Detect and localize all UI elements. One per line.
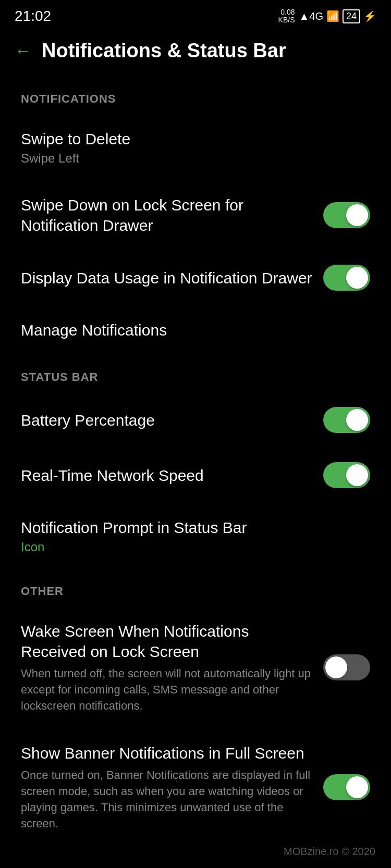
toggle-knob-show-banner	[346, 776, 368, 798]
item-title-swipe-to-delete: Swipe to Delete	[21, 129, 360, 149]
status-time: 21:02	[15, 8, 51, 24]
toggle-display-data-usage[interactable]	[323, 265, 370, 291]
section-label-status-bar: STATUS BAR	[0, 370, 391, 392]
page-title: Notifications & Status Bar	[42, 40, 286, 62]
settings-item-swipe-to-delete[interactable]: Swipe to DeleteSwipe Left	[0, 114, 391, 180]
status-icons: 0.08KB/S ▲4G 📶 24 ⚡	[278, 8, 376, 24]
section-label-notifications: NOTIFICATIONS	[0, 92, 391, 114]
item-desc-wake-screen: When turned off, the screen will not aut…	[21, 666, 313, 714]
back-button[interactable]: ←	[15, 41, 31, 60]
battery-indicator: 24	[343, 9, 360, 23]
settings-item-manage-notifications[interactable]: Manage Notifications	[0, 305, 391, 355]
item-title-manage-notifications: Manage Notifications	[21, 320, 360, 340]
charging-icon: ⚡	[363, 10, 376, 22]
item-title-battery-percentage: Battery Percentage	[21, 410, 313, 430]
settings-item-show-banner[interactable]: Show Banner Notifications in Full Screen…	[0, 728, 391, 846]
item-title-swipe-down-lock: Swipe Down on Lock Screen for Notificati…	[21, 195, 313, 235]
item-title-realtime-network: Real-Time Network Speed	[21, 465, 313, 486]
item-subtitle-swipe-to-delete: Swipe Left	[21, 151, 360, 166]
settings-content: NOTIFICATIONSSwipe to DeleteSwipe LeftSw…	[0, 77, 391, 847]
settings-item-display-data-usage[interactable]: Display Data Usage in Notification Drawe…	[0, 250, 391, 305]
settings-item-swipe-down-lock[interactable]: Swipe Down on Lock Screen for Notificati…	[0, 180, 391, 250]
item-title-display-data-usage: Display Data Usage in Notification Drawe…	[21, 268, 313, 288]
item-title-notification-prompt: Notification Prompt in Status Bar	[21, 517, 360, 538]
settings-item-wake-screen[interactable]: Wake Screen When Notifications Received …	[0, 606, 391, 728]
item-title-show-banner: Show Banner Notifications in Full Screen	[21, 743, 313, 763]
settings-item-battery-percentage[interactable]: Battery Percentage	[0, 392, 391, 448]
settings-item-notification-prompt[interactable]: Notification Prompt in Status BarIcon	[0, 503, 391, 569]
item-desc-show-banner: Once turned on, Banner Notifications are…	[21, 767, 313, 832]
signal-icon: ▲4G	[299, 10, 323, 22]
footer-text: MOBzine.ro © 2020	[284, 846, 375, 858]
toggle-battery-percentage[interactable]	[323, 407, 370, 433]
page-header: ← Notifications & Status Bar	[0, 29, 391, 77]
section-label-other: OTHER	[0, 585, 391, 606]
item-title-wake-screen: Wake Screen When Notifications Received …	[21, 621, 313, 662]
toggle-swipe-down-lock[interactable]	[323, 202, 370, 228]
toggle-knob-display-data-usage	[346, 267, 368, 289]
network-speed: 0.08KB/S	[278, 8, 295, 24]
item-subtitle-notification-prompt: Icon	[21, 540, 360, 554]
toggle-knob-wake-screen	[325, 656, 347, 678]
toggle-knob-battery-percentage	[346, 409, 368, 431]
toggle-knob-swipe-down-lock	[346, 204, 368, 226]
toggle-knob-realtime-network	[346, 464, 368, 486]
toggle-wake-screen[interactable]	[323, 654, 370, 680]
toggle-realtime-network[interactable]	[323, 462, 370, 488]
toggle-show-banner[interactable]	[323, 774, 370, 800]
settings-item-realtime-network[interactable]: Real-Time Network Speed	[0, 448, 391, 503]
battery-level: 24	[346, 11, 357, 22]
status-bar: 21:02 0.08KB/S ▲4G 📶 24 ⚡	[0, 0, 391, 29]
signal-bars-icon: 📶	[326, 10, 339, 22]
